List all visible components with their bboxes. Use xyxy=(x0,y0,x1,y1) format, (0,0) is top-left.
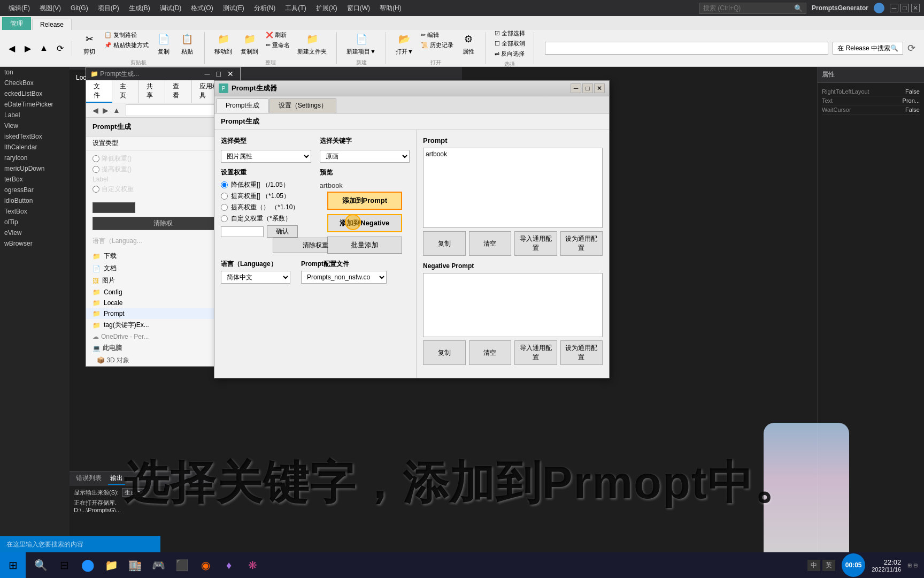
menu-tools[interactable]: 工具(T) xyxy=(281,2,310,15)
add-to-negative-btn[interactable]: 添加到Negative xyxy=(327,214,402,232)
back-btn[interactable]: ◀ xyxy=(4,41,19,56)
menu-debug[interactable]: 调试(D) xyxy=(156,2,186,15)
nav-back[interactable]: ◀ xyxy=(90,105,101,116)
prompt-set-default-btn[interactable]: 设为通用配置 xyxy=(560,231,603,256)
neg-prompt-textarea[interactable] xyxy=(423,273,603,337)
history-btn[interactable]: 📜 历史记录 xyxy=(419,41,456,50)
sidebar-item-monthcalendar[interactable]: lthCalendar xyxy=(0,142,70,153)
copy-btn[interactable]: 📄 复制 xyxy=(153,31,174,57)
maximize-btn[interactable]: □ xyxy=(900,4,909,12)
rename-btn[interactable]: ✏ 重命名 xyxy=(264,41,292,50)
fe-tab-view[interactable]: 查看 xyxy=(165,80,191,103)
menu-view[interactable]: 视图(V) xyxy=(35,2,65,15)
sidebar-item-label[interactable]: Label xyxy=(0,110,70,120)
select-all-btn[interactable]: ☑ 全部选择 xyxy=(492,29,527,38)
forward-btn[interactable]: ▶ xyxy=(20,41,35,56)
sidebar-item-tooltip[interactable]: olTip xyxy=(0,217,70,227)
search-box[interactable]: 在 Release 中搜索 🔍 xyxy=(833,42,903,55)
radio-decrease[interactable]: 降低权重[] （/1.05） xyxy=(221,180,311,189)
taskbar-edge-icon[interactable]: ⬤ xyxy=(77,554,98,576)
taskbar-vs2-icon[interactable]: ❋ xyxy=(242,554,263,576)
ribbon-tab-manage[interactable]: 管理 xyxy=(2,17,31,30)
new-item-btn[interactable]: 📄 新建项目▼ xyxy=(343,31,379,57)
menu-format[interactable]: 格式(O) xyxy=(187,2,217,15)
taskbar-sys-tray[interactable]: ⊞ ⊟ xyxy=(907,562,918,568)
output-tab-errors[interactable]: 错误列表 xyxy=(74,473,104,485)
sidebar-item-webbrowser[interactable]: wBrowser xyxy=(0,238,70,249)
close-btn[interactable]: ✕ xyxy=(911,4,920,12)
vs-search-input[interactable] xyxy=(703,4,794,12)
confirm-btn[interactable]: 确认 xyxy=(267,225,298,238)
vs-bottom-search[interactable]: 在这里输入您要搜索的内容 xyxy=(0,536,160,552)
prompt-textarea[interactable]: artbook xyxy=(423,148,603,228)
neg-import-btn[interactable]: 导入通用配置 xyxy=(514,340,557,365)
sidebar-item-richbox[interactable]: terBox xyxy=(0,174,70,185)
properties-btn[interactable]: ⚙ 属性 xyxy=(458,31,479,57)
radio-increase2[interactable]: 提高权重（） （*1.10） xyxy=(221,203,311,212)
sidebar-item-datetimepicker[interactable]: eDateTimePicker xyxy=(0,99,70,110)
type-select[interactable]: 图片属性 人物 场景 xyxy=(221,150,311,163)
select-none-btn[interactable]: ☐ 全部取消 xyxy=(492,39,527,48)
taskbar-search-icon[interactable]: 🔍 xyxy=(30,554,51,576)
refresh-icon[interactable]: ⟳ xyxy=(907,42,915,54)
address-bar[interactable] xyxy=(545,42,828,55)
sidebar-item-progressbar[interactable]: ogressBar xyxy=(0,185,70,195)
user-avatar[interactable] xyxy=(874,3,884,13)
menu-edit[interactable]: 编辑(E) xyxy=(4,2,34,15)
menu-extensions[interactable]: 扩展(X) xyxy=(312,2,342,15)
radio-increase1[interactable]: 提高权重[] （*1.05） xyxy=(221,192,311,201)
taskbar-vs-icon[interactable]: ♦ xyxy=(218,554,240,576)
sidebar-item-checkbox[interactable]: CheckBox xyxy=(0,78,70,88)
sidebar-item-textbox[interactable]: TextBox xyxy=(0,206,70,217)
clear-power-btn-vs[interactable]: 清除权 xyxy=(93,217,234,230)
radio-custom[interactable]: 自定义权重 xyxy=(93,185,234,194)
menu-analyze[interactable]: 分析(N) xyxy=(250,2,280,15)
copy-path-btn[interactable]: 📋 复制路径 xyxy=(102,31,151,40)
menu-build[interactable]: 生成(B) xyxy=(125,2,155,15)
move-to-btn[interactable]: 📁 移动到 xyxy=(211,31,235,57)
sidebar-item-checkedlistbox[interactable]: eckedListBox xyxy=(0,88,70,99)
fe-tab-share[interactable]: 共享 xyxy=(139,80,165,103)
sidebar-item-radiobutton[interactable]: idioButton xyxy=(0,195,70,206)
edit-btn[interactable]: ✏ 编辑 xyxy=(419,31,456,40)
neg-set-default-btn[interactable]: 设为通用配置 xyxy=(560,340,603,365)
neg-clear-btn[interactable]: 清空 xyxy=(469,340,512,365)
taskbar-lang[interactable]: 英 xyxy=(822,560,835,571)
open-btn[interactable]: 📂 打开▼ xyxy=(392,31,417,57)
new-folder-btn[interactable]: 📁 新建文件夹 xyxy=(294,31,330,57)
dialog-tab-prompt[interactable]: Prompt生成 xyxy=(217,98,268,113)
taskbar-store-icon[interactable]: 🏬 xyxy=(124,554,145,576)
taskbar-input-method[interactable]: 中 xyxy=(807,560,820,571)
minimize-btn[interactable]: ─ xyxy=(890,4,898,12)
output-source-select[interactable]: 生成 xyxy=(122,488,145,497)
prompt-clear-btn[interactable]: 清空 xyxy=(469,231,512,256)
taskbar-chrome-icon[interactable]: ◉ xyxy=(195,554,216,576)
fe-close[interactable]: ✕ xyxy=(225,70,236,78)
radio-custom[interactable]: 自定义权重（*系数） xyxy=(221,214,311,223)
taskbar-start-btn[interactable]: ⊞ xyxy=(0,552,26,578)
nav-forward[interactable]: ▶ xyxy=(101,105,111,116)
invert-select-btn[interactable]: ⇌ 反向选择 xyxy=(492,49,527,58)
sidebar-item-maskedtextbox[interactable]: iskedTextBox xyxy=(0,131,70,142)
menu-git[interactable]: Git(G) xyxy=(66,2,93,14)
delete-btn[interactable]: ❌ 刷新 xyxy=(264,31,292,40)
prompt-import-btn[interactable]: 导入通用配置 xyxy=(514,231,557,256)
menu-window[interactable]: 窗口(W) xyxy=(343,2,374,15)
up-btn[interactable]: ▲ xyxy=(36,41,51,56)
menu-project[interactable]: 项目(P) xyxy=(94,2,124,15)
vs-search-bar[interactable]: 🔍 xyxy=(699,3,806,14)
dialog-close-btn[interactable]: ✕ xyxy=(594,83,605,93)
taskbar-explorer-icon[interactable]: 📁 xyxy=(101,554,122,576)
dialog-maximize-btn[interactable]: □ xyxy=(582,83,593,93)
add-to-prompt-btn[interactable]: 添加到Prompt xyxy=(327,192,402,210)
paste-btn[interactable]: 📋 粘贴 xyxy=(176,31,198,57)
taskbar-taskview-icon[interactable]: ⊟ xyxy=(53,554,75,576)
custom-weight-input[interactable] xyxy=(221,226,264,237)
fe-tab-home[interactable]: 主页 xyxy=(112,80,138,103)
taskbar-xbox-icon[interactable]: 🎮 xyxy=(148,554,169,576)
dialog-tab-settings[interactable]: 设置（Settings） xyxy=(270,98,336,113)
ribbon-tab-release[interactable]: Release xyxy=(32,19,72,30)
keyword-select[interactable]: 原画 写真 动漫 xyxy=(320,150,410,163)
sidebar-item-view[interactable]: View xyxy=(0,120,70,131)
menu-test[interactable]: 测试(E) xyxy=(219,2,249,15)
